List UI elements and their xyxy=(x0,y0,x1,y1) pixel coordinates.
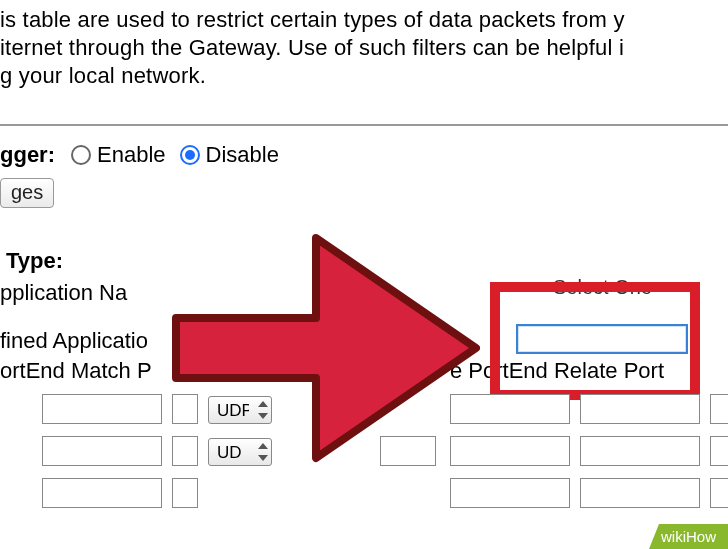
enable-radio[interactable]: Enable xyxy=(71,142,166,168)
divider xyxy=(0,124,728,126)
disable-radio[interactable]: Disable xyxy=(180,142,279,168)
type-label: Type: xyxy=(6,248,63,274)
row1-col4-input[interactable] xyxy=(580,394,700,424)
row3-col5-input[interactable] xyxy=(710,478,728,508)
enable-label: Enable xyxy=(97,142,166,168)
row1-protocol-select[interactable]: UDP xyxy=(208,396,272,424)
row1-col3-input[interactable] xyxy=(450,394,570,424)
application-na-label: pplication Na xyxy=(0,280,127,306)
trigger-label: gger: xyxy=(0,142,55,168)
row2-col4-input[interactable] xyxy=(580,436,700,466)
row3-col1-input[interactable] xyxy=(172,478,198,508)
row3-col3-input[interactable] xyxy=(450,478,570,508)
intro-line3: g your local network. xyxy=(0,63,206,88)
wikihow-watermark: wikiHow xyxy=(649,524,728,549)
intro-line2: iternet through the Gateway. Use of such… xyxy=(0,35,624,60)
radio-circle-icon xyxy=(71,145,91,165)
disable-label: Disable xyxy=(206,142,279,168)
radio-circle-icon xyxy=(180,145,200,165)
row1-col5-input[interactable] xyxy=(710,394,728,424)
row1-col1-input[interactable] xyxy=(172,394,198,424)
row3-col0-input[interactable] xyxy=(42,478,162,508)
row2-col1-input[interactable] xyxy=(172,436,198,466)
row2-col0-input[interactable] xyxy=(42,436,162,466)
intro-text: is table are used to restrict certain ty… xyxy=(0,6,728,90)
row2-col3-input[interactable] xyxy=(450,436,570,466)
defined-application-input[interactable] xyxy=(516,324,688,354)
row2-protocol-select[interactable]: UD xyxy=(208,438,272,466)
row1-col0-input[interactable] xyxy=(42,394,162,424)
row2-col5-input[interactable] xyxy=(710,436,728,466)
intro-line1: is table are used to restrict certain ty… xyxy=(0,7,625,32)
ges-button[interactable]: ges xyxy=(0,178,54,208)
fined-application-label: fined Applicatio xyxy=(0,328,148,354)
row3-col4-input[interactable] xyxy=(580,478,700,508)
portend-match-label: ortEnd Match P xyxy=(0,358,152,384)
row2-mid-input[interactable] xyxy=(380,436,436,466)
